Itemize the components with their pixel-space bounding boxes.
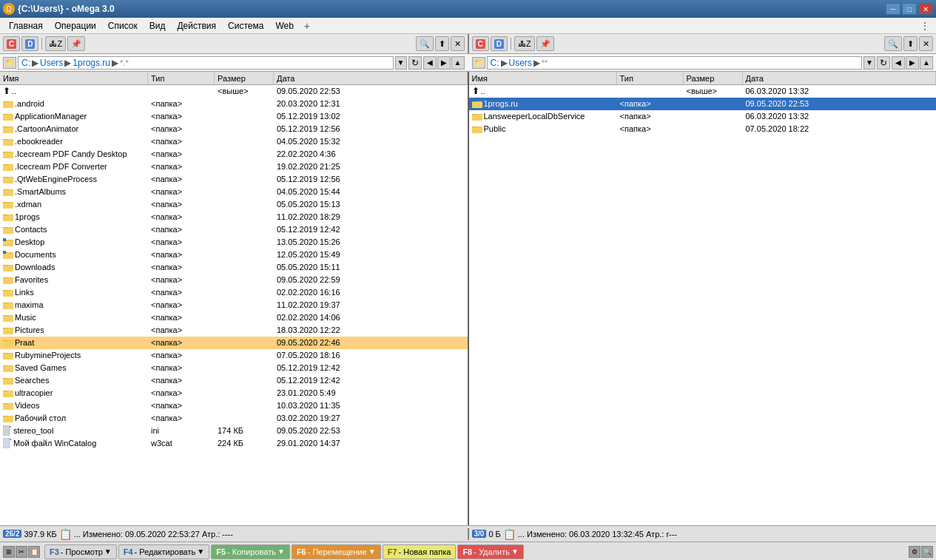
f7-button[interactable]: F7 - Новая папка (383, 544, 457, 559)
table-row[interactable]: RubymineProjects <папка> 07.05.2020 18:1… (0, 349, 468, 362)
table-row[interactable]: 1progs.ru <папка> 09.05.2020 22:53 (469, 98, 937, 110)
menu-web[interactable]: Web (269, 19, 299, 33)
left-addr-icon[interactable]: 📁 (3, 57, 16, 69)
table-row[interactable]: .SmartAlbums <папка> 04.05.2020 15:44 (0, 186, 468, 198)
table-row[interactable]: Links <папка> 02.02.2020 16:16 (0, 286, 468, 299)
left-addr-part-1progs[interactable]: 1progs.ru (73, 58, 110, 68)
table-row[interactable]: Pictures <папка> 18.03.2020 12:22 (0, 324, 468, 337)
table-row[interactable]: Favorites <папка> 09.05.2020 22:59 (0, 274, 468, 286)
menu-list[interactable]: Список (102, 19, 144, 33)
right-refresh-btn[interactable]: ↻ (877, 56, 890, 70)
left-addr-dropdown[interactable]: ▼ (395, 56, 407, 70)
left-col-size[interactable]: Размер (215, 72, 274, 84)
table-row[interactable]: Мой файл WinCatalog w3cat 224 КБ 29.01.2… (0, 437, 468, 450)
minimize-button[interactable]: ─ (886, 3, 900, 15)
table-row[interactable]: .QtWebEngineProcess <папка> 05.12.2019 1… (0, 173, 468, 186)
settings-icon[interactable]: ⚙ (909, 546, 920, 558)
table-row[interactable]: ultracopier <папка> 23.01.2020 5:49 (0, 387, 468, 399)
left-file-list[interactable]: ⬆ .. <выше> 09.05.2020 22:53 .android <п… (0, 85, 468, 525)
left-close-btn[interactable]: ✕ (451, 36, 465, 51)
left-refresh-btn[interactable]: ↻ (408, 56, 422, 70)
table-row[interactable]: .android <папка> 20.03.2020 12:31 (0, 98, 468, 110)
left-drive-d[interactable]: D (21, 36, 38, 51)
table-row[interactable]: ⬆ .. <выше> 06.03.2020 13:32 (469, 85, 937, 98)
left-drive-c[interactable]: C (3, 36, 20, 51)
menu-add-tab[interactable]: + (300, 18, 314, 33)
table-row[interactable]: Downloads <папка> 05.05.2020 15:11 (0, 261, 468, 274)
maximize-button[interactable]: □ (902, 3, 917, 15)
table-row[interactable]: LansweeperLocalDbService <папка> 06.03.2… (469, 110, 937, 123)
left-col-date[interactable]: Дата (274, 72, 468, 84)
menu-home[interactable]: Главная (3, 19, 49, 33)
right-drive-d[interactable]: D (491, 36, 508, 51)
f3-button[interactable]: F3 - Просмотр ▼ (44, 544, 117, 559)
right-col-size[interactable]: Размер (684, 72, 743, 84)
right-addr-icon[interactable]: 📁 (472, 57, 485, 69)
table-row[interactable]: ApplicationManager <папка> 05.12.2019 13… (0, 110, 468, 123)
right-forward-btn[interactable]: ▶ (906, 56, 919, 70)
right-addr-part-users[interactable]: Users (509, 58, 532, 68)
table-row[interactable]: .xdman <папка> 05.05.2020 15:13 (0, 198, 468, 211)
table-row[interactable]: .ebookreader <папка> 04.05.2020 15:32 (0, 135, 468, 148)
table-row[interactable]: .Icecream PDF Candy Desktop <папка> 22.0… (0, 148, 468, 161)
right-file-list[interactable]: ⬆ .. <выше> 06.03.2020 13:32 1progs.ru <… (469, 85, 937, 525)
table-row[interactable]: Music <папка> 02.02.2020 14:06 (0, 311, 468, 324)
copy-icon[interactable]: ⊞ (3, 546, 15, 558)
left-search-icon[interactable]: 🔍 (416, 36, 434, 51)
left-addr-part-users[interactable]: Users (40, 58, 63, 68)
right-col-name[interactable]: Имя (469, 72, 617, 84)
menu-more[interactable]: ⋮ (917, 18, 933, 33)
window-controls[interactable]: ─ □ ✕ (886, 3, 933, 15)
table-row[interactable]: Videos <папка> 10.03.2020 11:35 (0, 399, 468, 412)
left-up-btn[interactable]: ▲ (451, 56, 465, 70)
f4-button[interactable]: F4 - Редактировать ▼ (118, 544, 209, 559)
table-row[interactable]: Searches <папка> 05.12.2019 12:42 (0, 374, 468, 387)
right-close-btn[interactable]: ✕ (919, 36, 933, 51)
left-forward-btn[interactable]: ▶ (437, 56, 451, 70)
close-button[interactable]: ✕ (918, 3, 933, 15)
right-up-btn[interactable]: ▲ (920, 56, 933, 70)
file-date: 06.03.2020 13:32 (743, 87, 937, 95)
table-row[interactable]: stereo_tool ini 174 КБ 09.05.2020 22:53 (0, 425, 468, 437)
table-row[interactable]: Public <папка> 07.05.2020 18:22 (469, 123, 937, 135)
table-row[interactable]: Documents <папка> 12.05.2020 15:49 (0, 249, 468, 261)
table-row[interactable]: .CartoonAnimator <папка> 05.12.2019 12:5… (0, 123, 468, 135)
properties-icon[interactable]: 📋 (28, 546, 40, 558)
right-search-icon[interactable]: 🔍 (884, 36, 902, 51)
right-network-btn[interactable]: 🖧Z (514, 36, 535, 51)
right-filter-btn[interactable]: ⬆ (903, 36, 918, 51)
left-network-btn[interactable]: 🖧Z (45, 36, 66, 51)
table-row[interactable]: Desktop <папка> 13.05.2020 15:26 (0, 236, 468, 249)
table-row[interactable]: ⬆ .. <выше> 09.05.2020 22:53 (0, 85, 468, 98)
right-back-btn[interactable]: ◀ (892, 56, 905, 70)
left-col-name[interactable]: Имя (0, 72, 148, 84)
table-row[interactable]: maxima <папка> 11.02.2020 19:37 (0, 299, 468, 311)
left-col-type[interactable]: Тип (148, 72, 215, 84)
table-row[interactable]: .Icecream PDF Converter <папка> 19.02.20… (0, 161, 468, 173)
table-row[interactable]: Рабочий стол <папка> 03.02.2020 19:27 (0, 412, 468, 425)
right-addr-part-c[interactable]: C: (491, 58, 499, 68)
f8-button[interactable]: F8 - Удалить ▼ (457, 544, 523, 559)
left-addr-part-c[interactable]: C: (21, 58, 30, 68)
f3-key: F3 (50, 547, 59, 556)
left-filter-btn[interactable]: ⬆ (435, 36, 449, 51)
table-row[interactable]: Contacts <папка> 05.12.2019 12:42 (0, 223, 468, 236)
search-small-icon[interactable]: 🔍 (921, 546, 933, 558)
table-row[interactable]: Saved Games <папка> 05.12.2019 12:42 (0, 362, 468, 374)
right-col-type[interactable]: Тип (617, 72, 684, 84)
menu-actions[interactable]: Действия (171, 19, 222, 33)
right-bookmark-btn[interactable]: 📌 (536, 36, 554, 51)
menu-operations[interactable]: Операции (49, 19, 102, 33)
right-addr-dropdown[interactable]: ▼ (863, 56, 875, 70)
f6-button[interactable]: F6 - Перемещение ▼ (292, 544, 381, 559)
left-bookmark-btn[interactable]: 📌 (67, 36, 85, 51)
left-back-btn[interactable]: ◀ (423, 56, 437, 70)
paste-icon[interactable]: ✂ (16, 546, 27, 558)
right-col-date[interactable]: Дата (743, 72, 937, 84)
right-drive-c[interactable]: C (472, 36, 489, 51)
table-row[interactable]: 1progs <папка> 11.02.2020 18:29 (0, 211, 468, 223)
f5-button[interactable]: F5 - Копировать ▼ (211, 544, 290, 559)
menu-view[interactable]: Вид (144, 19, 172, 33)
table-row[interactable]: Praat <папка> 09.05.2020 22:46 (0, 337, 468, 349)
menu-system[interactable]: Система (222, 19, 269, 33)
